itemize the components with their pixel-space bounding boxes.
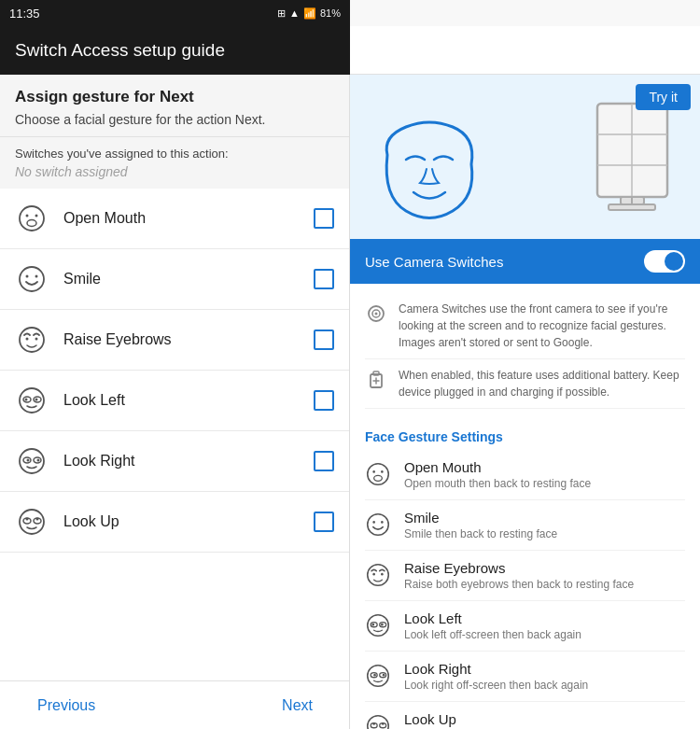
svg-point-6 [35,275,38,278]
assign-gesture-subtitle: Choose a facial gesture for the action N… [15,112,334,127]
next-button[interactable]: Next [282,697,313,714]
status-icons: ⊞ ▲ 📶 81% [277,7,341,20]
info-text-battery: When enabled, this feature uses addition… [399,367,685,400]
checkbox-smile[interactable] [314,269,334,289]
checkbox-look-left[interactable] [314,390,334,411]
app-title: Switch Access setup guide [15,40,225,61]
switches-label: Switches you've assigned to this action: [15,147,334,161]
svg-point-43 [372,521,375,524]
gesture-item-raise-eyebrows[interactable]: Raise Eyebrows [0,310,349,371]
face-gesture-settings-label: Face Gesture Settings [350,418,700,450]
assign-gesture-title: Assign gesture for Next [15,88,334,106]
svg-point-24 [36,518,39,521]
right-gesture-text-look-right: Look Right Look right off-screen then ba… [404,661,685,692]
svg-point-9 [35,338,38,341]
gesture-name-raise-eyebrows: Raise Eyebrows [63,331,314,348]
right-gesture-desc-look-left: Look left off-screen then back again [404,628,685,641]
try-it-button[interactable]: Try it [636,84,691,110]
svg-point-8 [26,338,29,341]
info-item-battery: When enabled, this feature uses addition… [365,359,685,409]
right-gesture-name-look-up: Look Up [404,711,685,727]
right-gesture-item-open-mouth[interactable]: Open Mouth Open mouth then back to resti… [365,450,685,500]
right-gesture-desc-raise-eyebrows: Raise both eyebrows then back to resting… [404,578,685,591]
gesture-item-smile[interactable]: Smile [0,249,349,310]
svg-point-47 [381,573,384,576]
checkbox-look-up[interactable] [314,512,334,532]
right-gesture-name-look-left: Look Left [404,610,685,626]
svg-point-17 [27,459,30,462]
gesture-name-open-mouth: Open Mouth [63,210,314,227]
gesture-item-look-left[interactable]: Look Left [0,371,349,431]
right-look-left-icon [365,612,391,638]
svg-point-3 [27,220,36,227]
previous-button[interactable]: Previous [37,697,95,714]
svg-point-33 [375,313,378,315]
gesture-item-look-right[interactable]: Look Right [0,431,349,492]
right-gesture-item-raise-eyebrows[interactable]: Raise Eyebrows Raise both eyebrows then … [365,551,685,601]
right-gesture-item-look-left[interactable]: Look Left Look left off-screen then back… [365,601,685,652]
right-gesture-item-look-up[interactable]: Look Up Look up [365,702,685,729]
right-gesture-text-look-up: Look Up Look up [404,711,685,729]
gesture-name-smile: Smile [63,271,314,287]
right-look-up-icon [365,713,391,729]
camera-switch-label: Use Camera Switches [365,254,503,270]
svg-point-41 [374,475,383,481]
svg-point-1 [26,215,29,217]
checkbox-raise-eyebrows[interactable] [314,329,334,350]
gesture-name-look-left: Look Left [63,392,314,409]
svg-point-45 [368,565,389,586]
right-panel: Try it [350,75,700,729]
svg-rect-30 [609,204,655,210]
right-gesture-name-look-right: Look Right [404,661,685,677]
info-item-camera: Camera Switches use the front camera to … [365,293,685,359]
svg-point-39 [372,470,375,473]
checkbox-open-mouth[interactable] [314,208,334,229]
svg-point-55 [373,674,376,677]
right-gesture-text-smile: Smile Smile then back to resting face [404,510,685,540]
checkbox-look-right[interactable] [314,451,334,471]
right-gesture-name-raise-eyebrows: Raise Eyebrows [404,560,685,576]
right-gesture-name-open-mouth: Open Mouth [404,459,685,475]
svg-point-62 [382,722,385,725]
right-gesture-item-smile[interactable]: Smile Smile then back to resting face [365,500,685,551]
camera-switch-toggle[interactable] [644,250,685,273]
status-bar: 11:35 ⊞ ▲ 📶 81% [0,0,350,26]
svg-point-4 [20,267,44,291]
svg-point-2 [35,215,38,217]
switches-assigned-section: Switches you've assigned to this action:… [0,137,349,189]
right-gesture-item-look-right[interactable]: Look Right Look right off-screen then ba… [365,652,685,702]
assign-gesture-header: Assign gesture for Next Choose a facial … [0,75,349,137]
gesture-name-look-up: Look Up [63,513,314,530]
svg-point-46 [372,573,375,576]
battery-icon [365,369,387,391]
look-right-icon [15,444,49,478]
face-illustration [369,108,490,239]
svg-point-52 [381,624,384,626]
camera-switch-bar[interactable]: Use Camera Switches [350,239,700,284]
open-mouth-icon [15,202,49,235]
right-raise-eyebrows-icon [365,562,391,588]
svg-point-14 [35,399,38,401]
svg-point-5 [26,275,29,278]
gesture-item-look-up[interactable]: Look Up [0,492,349,553]
info-text-camera: Camera Switches use the front camera to … [399,301,685,351]
info-section: Camera Switches use the front camera to … [350,284,700,418]
look-left-icon [15,384,49,417]
right-gesture-name-smile: Smile [404,510,685,526]
right-gesture-text-look-left: Look Left Look left off-screen then back… [404,610,685,641]
time: 11:35 [9,7,40,21]
svg-point-44 [381,521,384,524]
svg-point-22 [26,518,29,521]
right-gesture-text-raise-eyebrows: Raise Eyebrows Raise both eyebrows then … [404,560,685,591]
smile-icon [15,262,49,296]
gesture-item-open-mouth[interactable]: Open Mouth [0,189,349,249]
svg-point-7 [20,328,44,352]
svg-point-12 [25,399,28,401]
gesture-name-look-right: Look Right [63,453,314,470]
look-up-icon [15,505,49,539]
title-bar: Switch Access setup guide [0,26,350,75]
phone-illustration [588,99,681,220]
illustration-area: Try it [350,75,700,239]
right-gesture-list: Open Mouth Open mouth then back to resti… [350,450,700,729]
left-panel: Assign gesture for Next Choose a facial … [0,75,350,729]
